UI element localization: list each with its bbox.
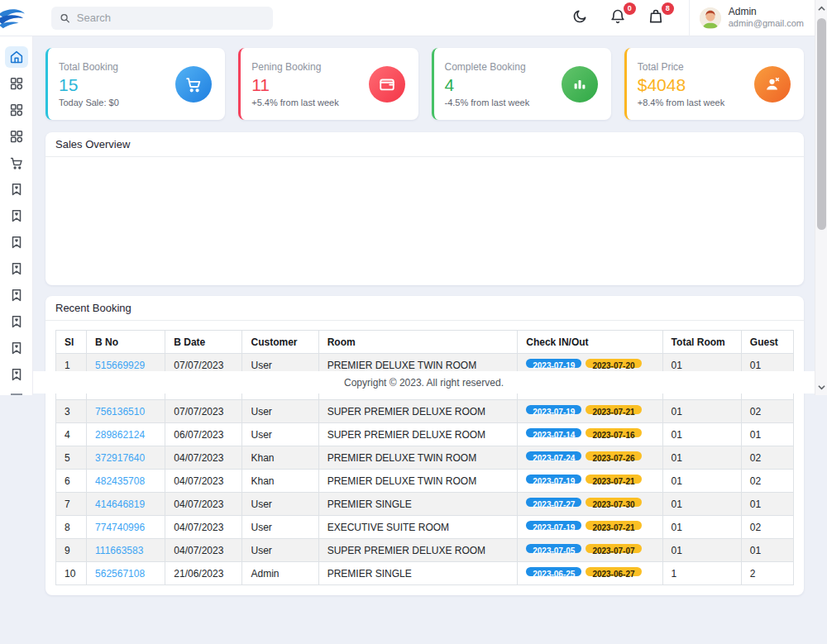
cell-guest: 01 bbox=[741, 539, 793, 562]
booking-number-link[interactable]: 562567108 bbox=[95, 568, 145, 580]
profile-menu[interactable]: Admin admin@gmail.com bbox=[700, 6, 804, 30]
cell-total-room: 01 bbox=[662, 516, 741, 539]
partial-icon bbox=[11, 394, 22, 395]
sidebar-item-home[interactable] bbox=[5, 46, 28, 68]
cell-guest: 01 bbox=[741, 423, 793, 446]
booking-number-link[interactable]: 756136510 bbox=[95, 406, 145, 417]
cell-bdate: 04/07/2023 bbox=[165, 516, 242, 539]
card-value: 4 bbox=[445, 75, 530, 95]
checkout-badge: 2023-07-07 bbox=[586, 544, 641, 553]
table-row: 1056256710821/06/2023AdminPREMIER SINGLE… bbox=[56, 562, 794, 585]
booking-number-link[interactable]: 372917640 bbox=[95, 452, 145, 464]
sidebar-item-booking-6[interactable] bbox=[5, 311, 28, 332]
card-subtitle: +5.4% from last week bbox=[251, 98, 338, 107]
sidebar-item-booking-2[interactable] bbox=[5, 205, 28, 227]
notifications-button[interactable]: 0 bbox=[609, 8, 629, 28]
bookmark-heart-icon bbox=[9, 261, 24, 276]
booking-number-link[interactable]: 414646819 bbox=[95, 499, 145, 510]
booking-number-link[interactable]: 515669929 bbox=[95, 360, 145, 371]
checkin-badge: 2023-07-14 bbox=[526, 428, 581, 437]
sidebar-item-cart[interactable] bbox=[5, 152, 28, 174]
col-header-totalroom: Total Room bbox=[662, 331, 741, 354]
sidebar-item-booking-1[interactable] bbox=[5, 179, 28, 200]
bookmark-heart-icon bbox=[9, 235, 24, 250]
sidebar-item-grid-3[interactable] bbox=[5, 126, 28, 147]
notification-count-badge: 0 bbox=[624, 2, 636, 15]
bookmark-heart-icon bbox=[9, 182, 24, 197]
checkout-badge: 2023-07-21 bbox=[586, 475, 641, 484]
user-icon bbox=[754, 66, 791, 103]
card-total-booking[interactable]: Total Booking 15 Today Sale: $0 bbox=[45, 48, 225, 120]
search-box bbox=[51, 7, 273, 30]
scrollbar-thumb[interactable] bbox=[817, 18, 826, 230]
cart-button[interactable]: 8 bbox=[648, 8, 667, 28]
checkout-badge: 2023-07-16 bbox=[586, 428, 641, 437]
wallet-icon bbox=[369, 66, 405, 103]
cell-total-room: 01 bbox=[662, 400, 741, 423]
cell-guest: 02 bbox=[741, 470, 793, 493]
table-row: 741464681904/07/2023UserPREMIER SINGLE20… bbox=[56, 493, 794, 516]
booking-number-link[interactable]: 774740996 bbox=[95, 522, 145, 533]
sidebar-item-booking-4[interactable] bbox=[5, 258, 28, 279]
cell-guest: 02 bbox=[741, 516, 793, 539]
dark-mode-toggle[interactable] bbox=[571, 8, 591, 28]
cell-bdate: 04/07/2023 bbox=[165, 446, 242, 470]
grid-icon bbox=[9, 76, 24, 91]
table-row: 648243570804/07/2023KhanPREMIER DELUXE T… bbox=[56, 470, 794, 493]
checkout-badge: 2023-06-27 bbox=[586, 567, 641, 576]
cell-room: PREMIER SINGLE bbox=[318, 493, 518, 516]
footer: Copyright © 2023. All right reserved. bbox=[33, 371, 815, 394]
cell-customer: User bbox=[242, 423, 318, 446]
checkin-badge: 2023-06-25 bbox=[526, 567, 581, 576]
cell-guest: 01 bbox=[741, 493, 793, 516]
checkin-badge: 2023-07-05 bbox=[526, 544, 581, 553]
checkout-badge: 2023-07-30 bbox=[586, 498, 641, 507]
booking-number-link[interactable]: 482435708 bbox=[95, 475, 145, 487]
cell-sl: 7 bbox=[56, 493, 87, 516]
sidebar-item-grid-1[interactable] bbox=[5, 73, 28, 94]
cell-bdate: 21/06/2023 bbox=[165, 562, 242, 585]
cart-count-badge: 8 bbox=[662, 2, 674, 15]
header-divider bbox=[689, 0, 690, 36]
search-input[interactable] bbox=[77, 12, 265, 24]
booking-number-link[interactable]: 289862124 bbox=[95, 429, 145, 441]
scroll-up-arrow-icon[interactable] bbox=[815, 2, 827, 15]
checkout-badge: 2023-07-21 bbox=[586, 521, 641, 530]
user-email: admin@gmail.com bbox=[729, 18, 804, 30]
sidebar-item-booking-5[interactable] bbox=[5, 284, 28, 306]
scroll-down-arrow-icon[interactable] bbox=[815, 380, 827, 394]
bookmark-heart-icon bbox=[9, 314, 24, 329]
checkin-badge: 2023-07-24 bbox=[526, 451, 581, 460]
bookmark-heart-icon bbox=[9, 208, 24, 223]
cell-room: SUPER PREMIER DELUXE ROOM bbox=[318, 400, 518, 423]
app-logo[interactable] bbox=[0, 0, 33, 36]
cell-sl: 3 bbox=[56, 400, 87, 423]
cart-icon bbox=[9, 155, 24, 170]
cell-bdate: 04/07/2023 bbox=[165, 539, 242, 562]
sales-overview-chart-area bbox=[45, 157, 804, 285]
cell-bdate: 07/07/2023 bbox=[165, 400, 242, 423]
card-total-price[interactable]: Total Price $4048 +8.4% from last week bbox=[624, 48, 804, 120]
table-row: 375613651007/07/2023UserSUPER PREMIER DE… bbox=[56, 400, 794, 423]
cell-customer: User bbox=[242, 516, 318, 539]
card-value: $4048 bbox=[638, 75, 724, 95]
card-complete-booking[interactable]: Complete Booking 4 -4.5% from last week bbox=[432, 48, 611, 120]
cell-total-room: 01 bbox=[662, 446, 741, 470]
checkout-badge: 2023-07-20 bbox=[586, 359, 641, 368]
sidebar-item-booking-8[interactable] bbox=[5, 364, 28, 385]
sidebar bbox=[0, 36, 33, 395]
card-pending-booking[interactable]: Pening Booking 11 +5.4% from last week bbox=[238, 48, 418, 120]
booking-number-link[interactable]: 111663583 bbox=[95, 545, 143, 556]
cell-total-room: 1 bbox=[662, 562, 741, 585]
cell-guest: 02 bbox=[741, 400, 793, 423]
col-header-customer: Customer bbox=[242, 331, 318, 354]
cell-sl: 9 bbox=[56, 539, 87, 562]
sidebar-item-booking-7[interactable] bbox=[5, 337, 28, 359]
cell-room: EXECUTIVE SUITE ROOM bbox=[318, 516, 518, 539]
recent-booking-panel: Recent Booking Sl B No B Date Customer R… bbox=[45, 296, 804, 595]
vertical-scrollbar[interactable] bbox=[815, 0, 827, 395]
sidebar-item-booking-3[interactable] bbox=[5, 231, 28, 253]
sidebar-item-grid-2[interactable] bbox=[5, 99, 28, 121]
cell-room: PREMIER DELUXE TWIN ROOM bbox=[318, 470, 518, 493]
cell-guest: 02 bbox=[741, 446, 793, 470]
